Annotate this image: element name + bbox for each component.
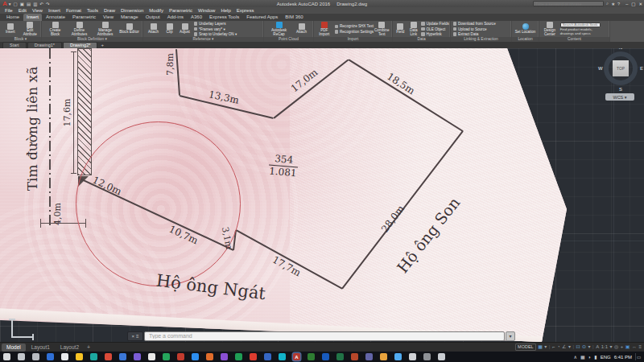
status-toggle-icon[interactable]: ▦ (538, 344, 543, 349)
taskbar-app-icon[interactable] (365, 353, 373, 360)
block-editor-button[interactable]: Block Editor (119, 23, 140, 35)
download-from-source-button[interactable]: Download from Source (453, 22, 510, 26)
ribbon-tab[interactable]: Add-ins (164, 14, 187, 21)
recognition-settings-button[interactable]: Recognition Settings (335, 30, 372, 34)
status-toggle-icon[interactable]: ▾ (610, 344, 613, 349)
open-file-icon[interactable]: ▣ (20, 2, 24, 6)
status-toggle-icon[interactable]: ⌐ (552, 344, 555, 349)
menu-item[interactable]: Insert (48, 7, 60, 14)
menu-item[interactable]: Edit (19, 7, 27, 14)
manage-attributes-button[interactable]: Manage Attributes (93, 22, 118, 37)
status-toggle-icon[interactable]: ▣ (625, 344, 630, 349)
qat-dropdown-icon[interactable]: ▾ (9, 2, 11, 6)
ribbon-tab[interactable]: Home (3, 14, 23, 21)
ribbon-tab[interactable]: Parametric (69, 14, 99, 21)
taskbar-app-icon[interactable] (351, 353, 358, 360)
menu-item[interactable]: View (32, 7, 43, 14)
menu-item[interactable]: File (5, 7, 13, 14)
recognize-shx-text-button[interactable]: Recognize SHX Text (335, 24, 372, 28)
tray-icon[interactable]: ◗ (588, 355, 592, 360)
update-fields-button[interactable]: Update Fields (421, 22, 448, 26)
status-toggle-icon[interactable]: A (596, 344, 599, 349)
tray-icon[interactable]: ▮ (594, 354, 597, 360)
status-toggle-icon[interactable]: ◔ (557, 344, 560, 349)
ribbon-tab[interactable]: View (100, 14, 117, 21)
status-toggle-icon[interactable]: ↔ (632, 344, 637, 349)
taskbar-app-icon[interactable] (134, 353, 141, 360)
menu-item[interactable]: Modify (149, 7, 163, 14)
taskbar-app-icon[interactable] (119, 353, 126, 360)
clock[interactable]: 6:41 PM (614, 355, 632, 360)
upload-to-source-button[interactable]: Upload to Source (453, 27, 510, 31)
frames-vary-dropdown[interactable]: *Frames vary* ▾ (194, 27, 262, 31)
add-layout-button[interactable]: + (84, 344, 93, 350)
status-toggle-icon[interactable]: + (621, 344, 624, 349)
ribbon-tab[interactable]: A360 (188, 14, 205, 21)
design-center-button[interactable]: Design Center (541, 22, 559, 37)
status-toggle-icon[interactable]: ⊡ (576, 344, 580, 349)
snap-to-underlay-dropdown[interactable]: Snap to Underlay ON ▾ (194, 32, 262, 36)
taskbar-app-icon[interactable] (47, 353, 54, 360)
command-line-controls[interactable]: × ≡ (127, 331, 143, 341)
taskbar-app-icon[interactable] (336, 353, 344, 360)
taskbar-app-icon[interactable] (3, 353, 10, 360)
taskbar-app-icon[interactable] (235, 353, 242, 360)
close-button[interactable]: ✕ (638, 2, 642, 6)
taskbar-app-icon[interactable] (380, 353, 387, 360)
hyperlink-button[interactable]: Hyperlink (421, 32, 448, 36)
taskbar-app-icon[interactable] (192, 353, 199, 360)
status-toggle-icon[interactable]: | (592, 344, 594, 349)
command-customize-icon[interactable]: ≡ (136, 334, 139, 339)
status-toggle-icon[interactable]: ∠ (562, 344, 566, 349)
layout-tab[interactable]: Layout1 (27, 343, 55, 352)
ribbon-tab[interactable]: Express Tools (206, 14, 242, 21)
new-drawing-tab-button[interactable]: + (98, 43, 106, 48)
help-icon[interactable]: ? (617, 2, 620, 6)
command-input[interactable] (144, 331, 505, 341)
create-block-button[interactable]: Create Block (45, 22, 66, 37)
tray-icon[interactable]: ∧ (574, 354, 577, 360)
pointcloud-attach-button[interactable]: Attach (293, 23, 311, 35)
layout-tab[interactable]: Model (2, 343, 26, 352)
status-toggle-icon[interactable]: ▾ (544, 344, 547, 349)
taskbar-app-icon[interactable] (148, 353, 155, 360)
autodesk-recap-button[interactable]: Autodesk ReCap (267, 22, 291, 37)
taskbar-app-icon[interactable] (250, 353, 257, 360)
status-toggle-icon[interactable]: | (572, 344, 574, 349)
status-toggle-icon[interactable]: ⊙ (582, 344, 586, 349)
file-tab[interactable]: Drawing1* (27, 42, 62, 48)
data-link-button[interactable]: Data Link (408, 22, 420, 37)
status-toggle-icon[interactable]: ◎ (614, 344, 618, 349)
status-toggle-icon[interactable]: | (549, 344, 551, 349)
ole-object-button[interactable]: OLE Object (421, 27, 448, 31)
pdf-import-button[interactable]: PDF Import (316, 22, 333, 37)
maximize-button[interactable]: ▢ (631, 2, 635, 6)
taskbar-app-icon[interactable] (322, 353, 329, 360)
define-attributes-button[interactable]: Define Attributes (68, 22, 92, 37)
underlay-layers-button[interactable]: Underlay Layers (194, 22, 262, 26)
taskbar-app-icon[interactable] (90, 353, 97, 360)
menu-item[interactable]: Tools (87, 7, 98, 14)
new-file-icon[interactable]: ▢ (14, 2, 18, 6)
taskbar-app-icon[interactable] (206, 353, 213, 360)
save-icon[interactable]: ▤ (27, 2, 31, 6)
ribbon-tab[interactable]: Output (142, 14, 163, 21)
edit-attribute-button[interactable]: Edit Attribute (21, 22, 39, 37)
menu-item[interactable]: Help (221, 7, 230, 14)
menu-item[interactable]: Dimension (121, 7, 143, 14)
command-recent-button[interactable]: ▾ (506, 331, 515, 341)
redo-icon[interactable]: ↷ (46, 2, 50, 6)
taskbar-app-icon[interactable] (409, 353, 416, 360)
viewcube-top-face[interactable]: TOP (613, 60, 629, 76)
taskbar-app-icon[interactable] (18, 353, 25, 360)
taskbar-app-icon[interactable] (279, 353, 286, 360)
ribbon-tab[interactable]: Manage (118, 14, 142, 21)
language-indicator[interactable]: ENG (601, 355, 611, 360)
status-toggle-icon[interactable]: ▾ (588, 344, 591, 349)
tray-icon[interactable]: ▦ (580, 354, 585, 360)
ribbon-tab[interactable]: BIM 360 (282, 14, 306, 21)
adjust-button[interactable]: Adjust (178, 23, 192, 35)
taskbar-app-icon[interactable] (61, 353, 68, 360)
status-toggle-icon[interactable]: ≡ (638, 344, 642, 349)
taskbar-app-icon[interactable]: A (293, 353, 300, 360)
